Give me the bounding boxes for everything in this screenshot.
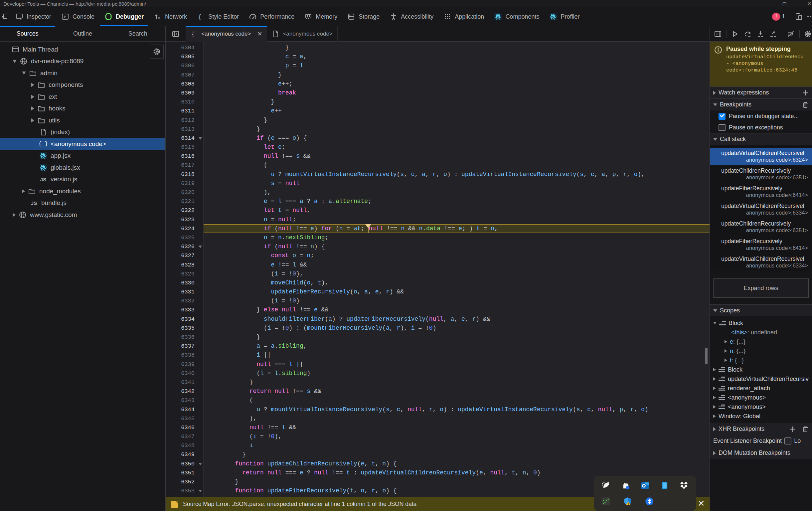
tab-components[interactable]: Components: [489, 7, 544, 26]
scope-row[interactable]: updateVirtualChildrenRecursiv: [710, 374, 812, 384]
line-number[interactable]: 6319: [166, 179, 203, 188]
node-picker-button[interactable]: [0, 7, 7, 26]
line-number[interactable]: 6323: [166, 215, 203, 224]
meatball-menu-button[interactable]: [807, 12, 811, 21]
code-line[interactable]: moveChild(o, t),: [204, 279, 709, 287]
call-stack-header[interactable]: Call stack: [710, 133, 812, 145]
line-number[interactable]: 6346: [166, 423, 203, 432]
code-line[interactable]: null === l ||: [204, 360, 709, 369]
tray-leaf-icon[interactable]: [601, 480, 611, 490]
error-count-button[interactable]: ! 1: [772, 12, 785, 21]
call-stack-frame[interactable]: updateChildrenRecursivelyanonymous code>…: [710, 218, 812, 236]
twisty-icon[interactable]: [31, 83, 34, 87]
scopes-header[interactable]: Scopes: [710, 304, 812, 316]
fold-arrow-icon[interactable]: [199, 246, 202, 248]
line-number[interactable]: 6334: [166, 315, 203, 324]
line-number[interactable]: 6345: [166, 414, 203, 423]
step-out-button[interactable]: [769, 30, 777, 38]
tab-application[interactable]: Application: [438, 7, 489, 26]
line-number[interactable]: 6311: [166, 107, 203, 115]
line-number[interactable]: 6304: [166, 43, 203, 52]
line-number[interactable]: 6307: [166, 70, 203, 80]
line-number[interactable]: 6306: [166, 61, 203, 70]
disable-breakpoints-button[interactable]: [787, 30, 795, 38]
line-number[interactable]: 6329: [166, 269, 203, 279]
tree-item-hooks[interactable]: hooks: [0, 103, 165, 115]
call-stack-frame[interactable]: updateFiberRecursivelyanonymous code>:64…: [710, 236, 812, 254]
scope-row[interactable]: Window: Global: [710, 411, 812, 421]
tab-inspector[interactable]: Inspector: [10, 7, 56, 26]
code-line[interactable]: shouldFilterFiber(a) ? updateFiberRecurs…: [204, 315, 709, 324]
line-number[interactable]: 6313: [166, 125, 203, 134]
minimize-button[interactable]: —: [755, 0, 765, 7]
tree-item-app-jsx[interactable]: app.jsx: [0, 150, 165, 162]
line-number[interactable]: 6324: [166, 224, 203, 233]
code-line[interactable]: updateFiberRecursively(o, a, e, r) &&: [204, 287, 709, 296]
line-number[interactable]: 6344: [166, 405, 203, 414]
line-number[interactable]: 6317: [166, 161, 203, 170]
code-line[interactable]: s = null: [204, 179, 709, 188]
remove-breakpoints-icon[interactable]: [801, 101, 809, 109]
line-number[interactable]: 6309: [166, 88, 203, 97]
tree-item--index-[interactable]: (index): [0, 126, 165, 138]
tree-item-bundle-js[interactable]: JSbundle.js: [0, 197, 165, 209]
tab-search[interactable]: Search: [110, 26, 165, 41]
add-watch-icon[interactable]: [801, 89, 809, 97]
maximize-button[interactable]: ▢: [779, 0, 789, 7]
line-number[interactable]: 6308: [166, 80, 203, 88]
line-number[interactable]: 6336: [166, 333, 203, 342]
line-number[interactable]: 6333: [166, 305, 203, 314]
line-number[interactable]: 6326: [166, 242, 203, 251]
line-number[interactable]: 6314: [166, 134, 203, 143]
twisty-icon[interactable]: [22, 189, 25, 193]
unchecked-checkbox[interactable]: [719, 124, 726, 131]
collapse-sidebar-button[interactable]: [166, 26, 185, 41]
paused-code-line[interactable]: if (null !== e) for (n = wt; null !== n …: [204, 224, 709, 233]
tray-chart-icon[interactable]: [601, 496, 611, 506]
tree-item-globals-jsx[interactable]: globals.jsx: [0, 162, 165, 174]
line-number[interactable]: 6312: [166, 116, 203, 125]
scope-variable-row[interactable]: e: {...}: [710, 337, 812, 346]
line-number[interactable]: 6347: [166, 432, 203, 441]
scope-row[interactable]: Block: [710, 365, 812, 374]
tab-style-editor[interactable]: { }Style Editor: [192, 7, 244, 26]
tab-sources[interactable]: Sources: [0, 26, 55, 41]
tab-outline[interactable]: Outline: [55, 26, 111, 41]
tray-shield-warning-icon[interactable]: [623, 496, 633, 506]
line-number[interactable]: 6328: [166, 260, 203, 269]
twisty-icon[interactable]: [713, 322, 717, 324]
twisty-icon[interactable]: [713, 368, 716, 371]
event-listener-breakpoints-header[interactable]: Event Listener Breakpoint Lo: [710, 435, 812, 447]
code-line[interactable]: i: [204, 441, 709, 450]
line-number[interactable]: 6335: [166, 324, 203, 333]
twisty-icon[interactable]: [725, 340, 727, 343]
tab-console[interactable]: Console: [56, 7, 99, 26]
code-line[interactable]: }: [204, 378, 709, 387]
call-stack-frame[interactable]: updateVirtualChildrenRecursivelanonymous…: [710, 148, 812, 165]
step-over-button[interactable]: [744, 30, 752, 38]
dom-mutation-breakpoints-header[interactable]: DOM Mutation Breakpoints: [710, 447, 812, 459]
code-line[interactable]: i ||: [204, 351, 709, 360]
remove-xhr-breakpoints-icon[interactable]: [801, 425, 809, 433]
log-checkbox[interactable]: [784, 437, 791, 445]
code-line[interactable]: u ? mountVirtualInstanceRecursively(s, c…: [204, 170, 709, 179]
scope-variable-row[interactable]: <this>: undefined: [710, 328, 812, 337]
twisty-icon[interactable]: [31, 118, 34, 122]
code-editor[interactable]: } c = a, p = l } e++; break } e++ } }: [204, 41, 709, 511]
twisty-icon[interactable]: [713, 405, 716, 408]
tree-item-version-js[interactable]: JSversion.js: [0, 174, 165, 186]
line-number[interactable]: 6339: [166, 360, 203, 369]
code-line[interactable]: u ? mountVirtualInstanceRecursively(s, c…: [204, 405, 709, 414]
code-line[interactable]: }: [204, 97, 709, 107]
fold-arrow-icon[interactable]: [199, 490, 202, 492]
code-line[interactable]: const o = n;: [204, 251, 709, 260]
twisty-icon[interactable]: [713, 396, 716, 399]
code-line[interactable]: let e;: [204, 143, 709, 152]
checked-checkbox[interactable]: [719, 113, 726, 120]
tray-dropbox-icon[interactable]: [679, 480, 689, 490]
tray-llama-icon[interactable]: [621, 480, 631, 490]
call-stack-frame[interactable]: updateVirtualChildrenRecursivelanonymous…: [710, 201, 812, 218]
code-line[interactable]: (: [204, 396, 709, 405]
add-xhr-breakpoint-icon[interactable]: [789, 425, 797, 433]
code-line[interactable]: break: [204, 88, 709, 97]
